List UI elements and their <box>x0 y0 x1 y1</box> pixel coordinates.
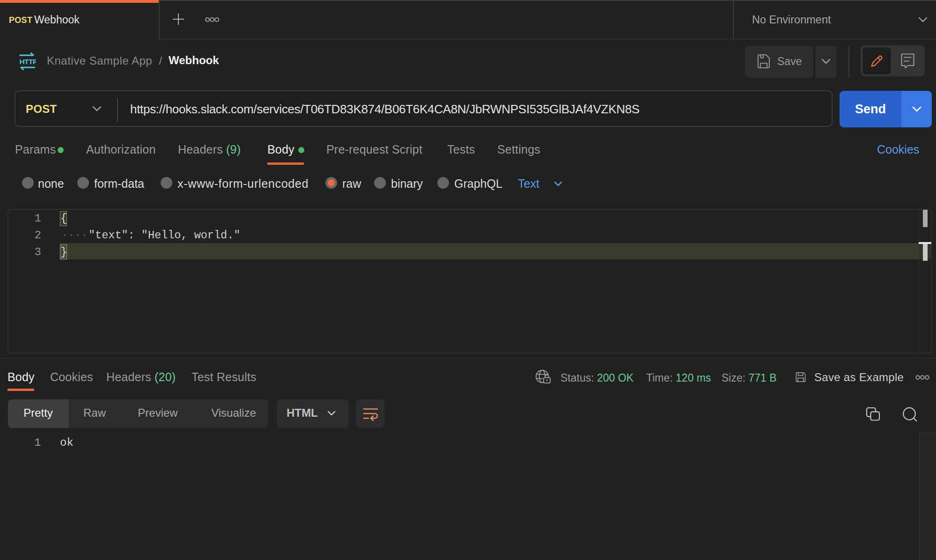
svg-text:HTTP: HTTP <box>20 58 37 66</box>
